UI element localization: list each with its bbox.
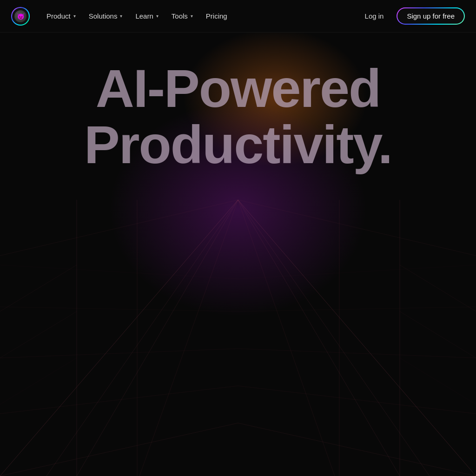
svg-line-3	[139, 200, 238, 476]
logo-icon: 😈	[17, 13, 25, 20]
svg-line-10	[0, 349, 238, 358]
nav-solutions-label: Solutions	[89, 12, 118, 20]
chevron-down-icon: ▾	[73, 13, 76, 19]
svg-line-13	[238, 423, 476, 476]
hero-title-line1: AI-Powered	[96, 59, 381, 118]
nav-links: Product ▾ Solutions ▾ Learn ▾ Tools ▾ Pr…	[41, 8, 233, 24]
signup-button[interactable]: Sign up for free	[397, 7, 465, 25]
nav-learn-label: Learn	[135, 12, 153, 20]
svg-line-4	[238, 200, 476, 476]
svg-line-27	[400, 265, 476, 311]
svg-line-2	[77, 200, 238, 476]
svg-line-17	[238, 265, 476, 279]
svg-line-8	[0, 423, 238, 476]
svg-line-22	[0, 200, 238, 256]
chevron-down-icon: ▾	[120, 13, 122, 19]
hero-section: 😈 Product ▾ Solutions ▾ Learn ▾ Tools	[0, 0, 476, 476]
svg-line-23	[0, 265, 77, 311]
hero-title: AI-Powered Productivity.	[29, 60, 447, 173]
nav-tools-label: Tools	[172, 12, 188, 20]
nav-item-solutions[interactable]: Solutions ▾	[83, 8, 128, 24]
svg-line-1	[46, 200, 238, 476]
logo-inner: 😈	[14, 10, 26, 22]
svg-line-12	[0, 265, 238, 279]
logo[interactable]: 😈	[11, 7, 30, 26]
nav-item-learn[interactable]: Learn ▾	[130, 8, 164, 24]
nav-item-tools[interactable]: Tools ▾	[166, 8, 198, 24]
svg-line-25	[0, 358, 77, 404]
svg-line-9	[0, 386, 238, 414]
svg-line-24	[0, 311, 77, 358]
navbar: 😈 Product ▾ Solutions ▾ Learn ▾ Tools	[0, 0, 476, 33]
hero-title-line2: Productivity.	[29, 117, 447, 173]
nav-right: Log in Sign up for free	[357, 7, 465, 25]
svg-line-14	[238, 386, 476, 414]
svg-line-16	[238, 307, 476, 311]
svg-line-15	[238, 349, 476, 358]
svg-line-11	[0, 307, 238, 311]
nav-pricing-label: Pricing	[206, 12, 227, 20]
login-button[interactable]: Log in	[357, 8, 391, 24]
chevron-down-icon: ▾	[156, 13, 159, 19]
svg-line-5	[238, 200, 430, 476]
hero-text: AI-Powered Productivity.	[29, 60, 447, 173]
svg-line-26	[238, 200, 476, 256]
svg-line-0	[0, 200, 238, 476]
svg-line-6	[238, 200, 400, 476]
svg-line-7	[238, 200, 335, 476]
nav-item-product[interactable]: Product ▾	[41, 8, 81, 24]
chevron-down-icon: ▾	[191, 13, 193, 19]
svg-line-29	[400, 358, 476, 404]
nav-left: 😈 Product ▾ Solutions ▾ Learn ▾ Tools	[11, 7, 233, 26]
nav-product-label: Product	[46, 12, 71, 20]
nav-item-pricing[interactable]: Pricing	[200, 8, 233, 24]
svg-line-28	[400, 311, 476, 358]
